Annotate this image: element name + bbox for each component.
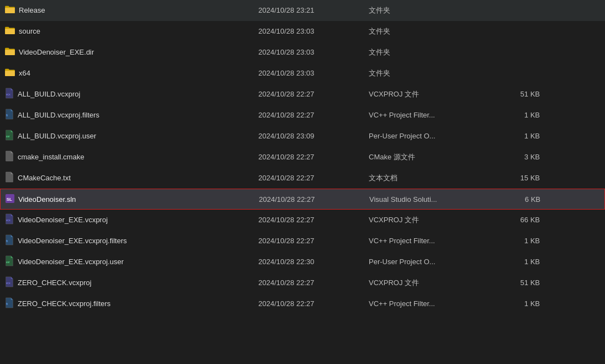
file-type: 文件夹 [369, 26, 496, 36]
filename: VideoDenoiser_EXE.vcxproj.filters [18, 237, 127, 245]
vcxproj-icon: vcx [4, 88, 14, 100]
filename: x64 [19, 69, 30, 77]
file-type: 文件夹 [369, 47, 496, 57]
file-size: 51 KB [496, 90, 540, 98]
file-name-col: source [4, 26, 258, 36]
file-size: 6 KB [496, 195, 540, 204]
file-date: 2024/10/28 22:27 [258, 174, 369, 182]
file-date: 2024/10/28 22:27 [258, 299, 369, 308]
filename: Release [19, 6, 45, 14]
file-date: 2024/10/28 22:27 [258, 111, 369, 119]
file-list: Release 2024/10/28 23:21 文件夹 source 2024… [0, 0, 605, 314]
file-row[interactable]: vcx ALL_BUILD.vcxproj 2024/10/28 22:27 V… [0, 84, 605, 105]
file-date: 2024/10/28 23:03 [258, 69, 369, 77]
filename: VideoDenoiser_EXE.dir [19, 48, 94, 56]
file-type: CMake 源文件 [369, 152, 496, 162]
user-icon: usr [4, 130, 14, 142]
file-size: 1 KB [496, 111, 540, 119]
file-row[interactable]: source 2024/10/28 23:03 文件夹 [0, 21, 605, 42]
sln-icon: SL [5, 193, 15, 206]
file-icon [4, 151, 14, 163]
filename: VideoDenoiser_EXE.vcxproj [18, 216, 108, 224]
file-size: 1 KB [496, 132, 540, 140]
file-size: 1 KB [496, 299, 540, 308]
file-type: 文本文档 [369, 173, 496, 183]
file-name-col: VideoDenoiser_EXE.dir [4, 47, 258, 57]
folder-icon [4, 47, 15, 57]
file-type: VCXPROJ 文件 [369, 89, 496, 99]
file-name-col: flt ALL_BUILD.vcxproj.filters [4, 109, 258, 121]
file-icon [4, 172, 14, 184]
filename: ALL_BUILD.vcxproj [18, 90, 80, 98]
file-size: 15 KB [496, 174, 540, 182]
svg-text:SL: SL [7, 196, 12, 201]
file-row[interactable]: x64 2024/10/28 23:03 文件夹 [0, 63, 605, 84]
filename: ALL_BUILD.vcxproj.filters [18, 111, 99, 119]
file-name-col: flt VideoDenoiser_EXE.vcxproj.filters [4, 234, 258, 247]
file-name-col: usr ALL_BUILD.vcxproj.user [4, 130, 258, 142]
file-type: VC++ Project Filter... [369, 299, 496, 308]
file-name-col: x64 [4, 68, 258, 78]
file-name-col: vcx VideoDenoiser_EXE.vcxproj [4, 213, 258, 226]
file-name-col: SL VideoDenoiser.sln [5, 193, 259, 206]
file-row[interactable]: Release 2024/10/28 23:21 文件夹 [0, 0, 605, 21]
filename: source [19, 27, 40, 35]
filters-icon: flt [4, 297, 14, 310]
file-row[interactable]: vcx ZERO_CHECK.vcxproj 2024/10/28 22:27 … [0, 272, 605, 293]
file-row[interactable]: flt ALL_BUILD.vcxproj.filters 2024/10/28… [0, 105, 605, 126]
folder-icon [4, 5, 15, 15]
file-size: 66 KB [496, 216, 540, 224]
file-type: VCXPROJ 文件 [369, 278, 496, 288]
file-name-col: CMakeCache.txt [4, 172, 258, 184]
file-row[interactable]: usr ALL_BUILD.vcxproj.user 2024/10/28 23… [0, 126, 605, 147]
svg-text:vcx: vcx [6, 218, 10, 222]
file-row[interactable]: usr VideoDenoiser_EXE.vcxproj.user 2024/… [0, 251, 605, 272]
filename: ZERO_CHECK.vcxproj [18, 279, 92, 287]
file-type: VCXPROJ 文件 [369, 215, 496, 225]
filters-icon: flt [4, 234, 14, 247]
file-type: 文件夹 [369, 68, 496, 78]
filename: ZERO_CHECK.vcxproj.filters [18, 299, 110, 308]
vcxproj-icon: vcx [4, 276, 14, 289]
file-name-col: vcx ZERO_CHECK.vcxproj [4, 276, 258, 289]
file-size: 3 KB [496, 153, 540, 161]
svg-text:vcx: vcx [6, 281, 10, 285]
file-type: 文件夹 [369, 6, 496, 15]
file-name-col: cmake_install.cmake [4, 151, 258, 163]
filters-icon: flt [4, 109, 14, 121]
file-name-col: usr VideoDenoiser_EXE.vcxproj.user [4, 255, 258, 268]
file-date: 2024/10/28 23:21 [258, 6, 369, 14]
filename: CMakeCache.txt [18, 174, 71, 182]
vcxproj-icon: vcx [4, 213, 14, 226]
file-date: 2024/10/28 22:30 [258, 258, 369, 266]
file-size: 1 KB [496, 237, 540, 245]
filename: VideoDenoiser.sln [18, 195, 76, 204]
user-icon: usr [4, 255, 14, 268]
file-row[interactable]: cmake_install.cmake 2024/10/28 22:27 CMa… [0, 147, 605, 168]
file-date: 2024/10/28 23:09 [258, 132, 369, 140]
file-row[interactable]: flt ZERO_CHECK.vcxproj.filters 2024/10/2… [0, 293, 605, 314]
file-name-col: Release [4, 5, 258, 15]
folder-icon [4, 68, 15, 78]
filename: VideoDenoiser_EXE.vcxproj.user [18, 258, 124, 266]
file-row[interactable]: SL VideoDenoiser.sln 2024/10/28 22:27 Vi… [0, 189, 605, 210]
file-date: 2024/10/28 22:27 [258, 90, 369, 98]
svg-text:usr: usr [6, 135, 10, 138]
file-size: 1 KB [496, 258, 540, 266]
file-type: VC++ Project Filter... [369, 237, 496, 245]
file-row[interactable]: vcx VideoDenoiser_EXE.vcxproj 2024/10/28… [0, 210, 605, 231]
file-row[interactable]: CMakeCache.txt 2024/10/28 22:27 文本文档 15 … [0, 168, 605, 189]
file-type: Visual Studio Soluti... [369, 195, 496, 204]
svg-text:vcx: vcx [6, 93, 10, 96]
file-type: Per-User Project O... [369, 132, 496, 140]
file-size: 51 KB [496, 279, 540, 287]
filename: cmake_install.cmake [18, 153, 84, 161]
file-type: Per-User Project O... [369, 258, 496, 266]
file-date: 2024/10/28 22:27 [258, 216, 369, 224]
file-row[interactable]: VideoDenoiser_EXE.dir 2024/10/28 23:03 文… [0, 42, 605, 63]
file-name-col: vcx ALL_BUILD.vcxproj [4, 88, 258, 100]
file-date: 2024/10/28 22:27 [259, 195, 369, 204]
file-row[interactable]: flt VideoDenoiser_EXE.vcxproj.filters 20… [0, 231, 605, 251]
file-date: 2024/10/28 22:27 [258, 279, 369, 287]
filename: ALL_BUILD.vcxproj.user [18, 132, 96, 140]
